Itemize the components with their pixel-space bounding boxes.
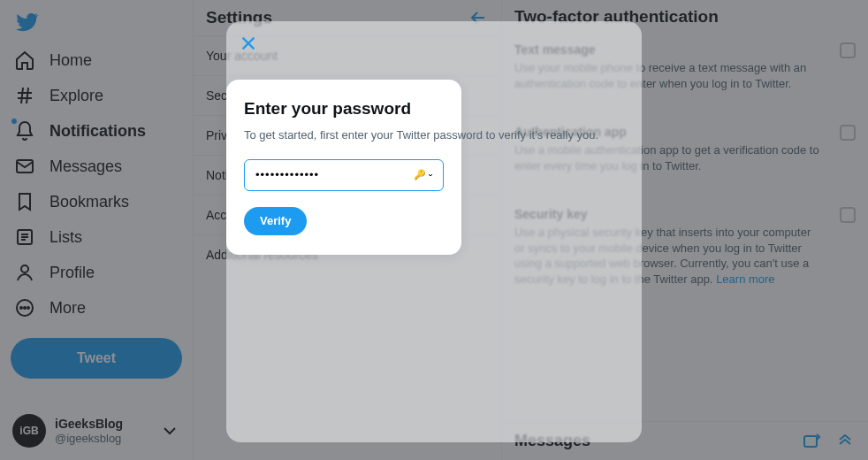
close-button[interactable]	[239, 34, 258, 53]
chevron-down-icon	[427, 172, 434, 179]
modal-heading: Enter your password	[244, 99, 444, 119]
verify-button[interactable]: Verify	[244, 207, 307, 235]
password-field-wrap: 🔑	[244, 159, 444, 191]
modal-sheet: Enter your password To get started, firs…	[226, 21, 642, 442]
password-input[interactable]	[254, 167, 434, 182]
password-card: Enter your password To get started, firs…	[226, 80, 461, 255]
close-icon	[239, 34, 258, 53]
modal-body: To get started, first enter your Twitter…	[244, 127, 444, 143]
modal-overlay[interactable]: Enter your password To get started, firs…	[0, 0, 868, 460]
password-key-icon[interactable]: 🔑	[414, 169, 434, 180]
